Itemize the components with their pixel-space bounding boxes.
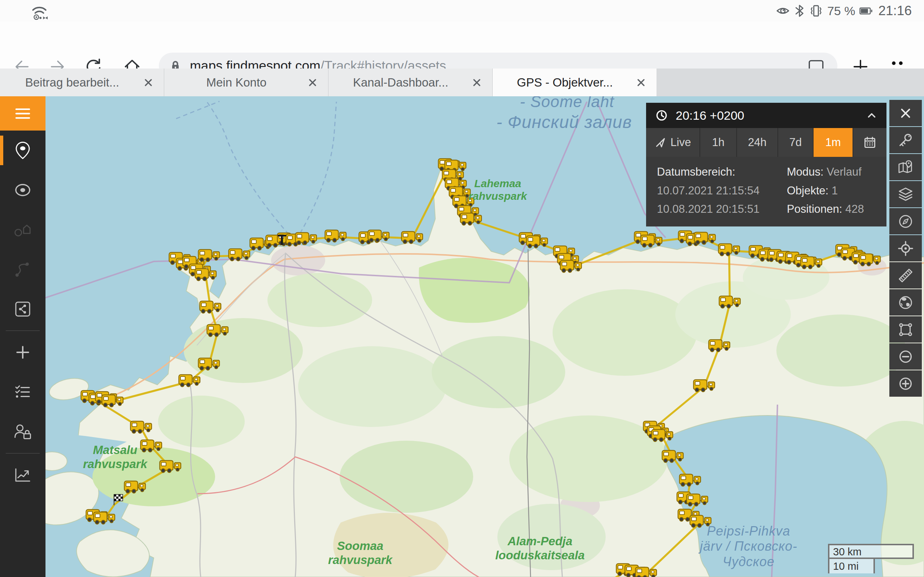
chevron-up-icon xyxy=(866,109,878,121)
range-button-24h[interactable]: 24h xyxy=(737,128,778,157)
map-tool-zoom-in[interactable] xyxy=(889,371,922,397)
asset-marker[interactable] xyxy=(200,301,221,313)
range-button-label: 24h xyxy=(748,136,767,149)
tab-3[interactable]: Kanal-Dashboar... xyxy=(328,69,493,96)
tab-4[interactable]: GPS - Objektver... xyxy=(493,69,657,96)
asset-marker[interactable] xyxy=(662,450,683,462)
sidebar-menu-button[interactable] xyxy=(0,96,45,131)
asset-marker[interactable] xyxy=(179,375,200,387)
tab-2[interactable]: Mein Konto xyxy=(164,69,328,96)
map-label: - Soome laht xyxy=(520,96,614,110)
date-to: 10.08.2021 20:15:51 xyxy=(657,203,787,216)
asset-marker[interactable] xyxy=(460,213,482,225)
asset-marker[interactable] xyxy=(561,260,582,272)
status-icons: 75 % 21:16 xyxy=(776,0,912,22)
app-sidebar xyxy=(0,96,45,577)
map-tool-compass[interactable] xyxy=(889,208,922,234)
asset-marker[interactable] xyxy=(652,429,673,442)
battery-icon xyxy=(859,4,873,18)
objects-row: Objekte: 1 xyxy=(787,184,876,197)
asset-marker[interactable] xyxy=(195,269,216,280)
calendar-icon xyxy=(863,135,877,149)
status-time: 21:16 xyxy=(878,3,912,18)
plus-icon xyxy=(13,343,32,362)
live-target-icon xyxy=(13,180,32,200)
battery-percent: 75 % xyxy=(827,4,855,18)
map-label: - Финский залив xyxy=(496,113,632,132)
sidebar-item-share-box[interactable] xyxy=(0,289,45,329)
asset-marker[interactable] xyxy=(641,235,662,247)
asset-marker[interactable] xyxy=(160,461,181,472)
sidebar-item-map-pin[interactable] xyxy=(0,131,45,170)
asset-marker[interactable] xyxy=(325,230,347,242)
asset-marker[interactable] xyxy=(859,254,881,266)
range-button-label: Live xyxy=(670,136,691,149)
tab-close-button[interactable] xyxy=(633,75,649,90)
clock-icon xyxy=(655,108,669,122)
sidebar-item-users-lock[interactable] xyxy=(0,412,45,451)
map-tool-globe[interactable] xyxy=(889,289,922,316)
asset-marker[interactable] xyxy=(296,233,317,245)
range-button-7d[interactable]: 7d xyxy=(778,128,814,157)
sidebar-item-checklist[interactable] xyxy=(0,372,45,412)
tab-close-button[interactable] xyxy=(305,75,320,90)
tab-label: GPS - Objektver... xyxy=(517,76,613,89)
asset-marker[interactable] xyxy=(801,257,822,269)
asset-marker[interactable] xyxy=(719,244,740,256)
asset-marker[interactable] xyxy=(694,380,715,392)
tab-close-button[interactable] xyxy=(141,75,156,90)
asset-marker[interactable] xyxy=(207,324,228,337)
objects-label: Objekte: xyxy=(787,184,828,197)
map-tool-key[interactable] xyxy=(889,127,922,153)
asset-marker[interactable] xyxy=(695,232,716,244)
bluetooth-icon-slot xyxy=(793,4,806,18)
geofence-icon xyxy=(13,220,32,239)
asset-marker[interactable] xyxy=(680,474,701,486)
vibrate-icon xyxy=(809,4,823,18)
asset-marker[interactable] xyxy=(199,250,220,261)
range-button-label: 7d xyxy=(789,136,802,149)
positions-value: 428 xyxy=(845,203,864,215)
map-tool-close[interactable] xyxy=(889,100,922,126)
sidebar-item-plus[interactable] xyxy=(0,332,45,372)
sidebar-item-chart[interactable] xyxy=(0,455,45,495)
map-tool-locate[interactable] xyxy=(889,235,922,261)
range-button-1m[interactable]: 1m xyxy=(814,128,853,157)
tab-1[interactable]: Beitrag bearbeit... xyxy=(0,69,164,96)
checklist-icon xyxy=(13,382,32,402)
sidebar-item-live-target[interactable] xyxy=(0,170,45,210)
objects-value: 1 xyxy=(832,184,838,197)
map-tool-layers[interactable] xyxy=(889,181,922,207)
asset-marker[interactable] xyxy=(102,395,123,407)
map-tool-zoom-out[interactable] xyxy=(889,343,922,370)
asset-marker[interactable] xyxy=(131,421,152,433)
asset-marker[interactable] xyxy=(94,512,115,524)
map-tool-area-select[interactable] xyxy=(889,316,922,343)
map[interactable]: - Soome laht- Финский заливLahemaarahvus… xyxy=(45,96,924,577)
date-from: 10.07.2021 21:15:54 xyxy=(657,184,787,197)
range-button-1h[interactable]: 1h xyxy=(700,128,737,157)
map-tool-ruler[interactable] xyxy=(889,262,922,288)
asset-marker[interactable] xyxy=(402,232,423,243)
asset-marker[interactable] xyxy=(687,494,708,506)
range-button-label: 1m xyxy=(825,136,841,149)
asset-marker[interactable] xyxy=(527,236,548,248)
collapse-button[interactable] xyxy=(866,109,878,121)
range-button-live[interactable]: Live xyxy=(646,128,700,157)
asset-marker[interactable] xyxy=(229,249,250,261)
map-tool-map-marker[interactable] xyxy=(889,154,922,180)
tab-strip: Beitrag bearbeit...Mein KontoKanal-Dashb… xyxy=(0,69,924,96)
sidebar-item-route xyxy=(0,250,45,289)
chart-icon xyxy=(13,465,32,485)
asset-marker[interactable] xyxy=(368,230,389,242)
key-icon xyxy=(897,132,914,148)
asset-marker[interactable] xyxy=(141,440,162,452)
tab-close-button[interactable] xyxy=(469,75,485,90)
asset-marker[interactable] xyxy=(124,481,146,493)
calendar-button[interactable] xyxy=(853,128,887,157)
asset-marker[interactable] xyxy=(719,296,741,308)
asset-marker[interactable] xyxy=(199,358,220,370)
map-marker-icon xyxy=(897,159,914,176)
asset-marker[interactable] xyxy=(709,340,730,351)
tracker-panel-header[interactable]: 20:16 +0200 xyxy=(646,103,887,128)
